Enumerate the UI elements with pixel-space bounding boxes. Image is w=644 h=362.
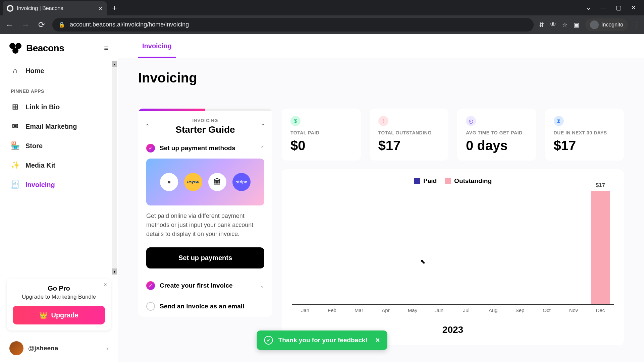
stat-value: $0 (290, 138, 352, 153)
x-tick: Aug (480, 307, 506, 313)
page-title: Invoicing (118, 58, 644, 95)
avatar (9, 341, 23, 355)
stat-value: 0 days (466, 138, 528, 153)
bar-slot (533, 191, 560, 304)
sidebar-item-invoicing[interactable]: 🧾 Invoicing (7, 175, 111, 194)
crown-icon: 👑 (39, 311, 48, 319)
hourglass-icon: ⧗ (554, 116, 564, 126)
venmo-icon: ⊗ (160, 173, 178, 191)
sparkle-icon: ✨ (11, 161, 19, 170)
step-create-invoice[interactable]: ✓ Create your first invoice ⌄ (138, 275, 272, 296)
step-send-email[interactable]: Send an invoice as an email (138, 296, 272, 317)
go-pro-card: × Go Pro Upgrade to Marketing Bundle 👑 U… (7, 279, 111, 330)
collapse-up-left-icon[interactable]: ⌃ (145, 123, 150, 130)
store-icon: 🏪 (11, 141, 19, 150)
stat-label: AVG TIME TO GET PAID (466, 130, 528, 135)
legend-outstanding: Outstanding (445, 177, 492, 185)
home-icon: ⌂ (11, 66, 19, 75)
x-tick: Nov (560, 307, 587, 313)
scroll-down-icon[interactable]: ▾ (112, 268, 117, 275)
chart-area: $17 (292, 191, 614, 305)
bar-slot (560, 191, 587, 304)
paypal-icon: PayPal (184, 173, 202, 191)
brand-name: Beacons (26, 43, 64, 54)
back-button[interactable]: ← (4, 20, 15, 29)
swatch-paid (414, 178, 420, 184)
x-tick: Apr (372, 307, 399, 313)
check-icon: ✓ (146, 144, 155, 153)
stat-card: ! TOTAL OUTSTANDING $17 (370, 109, 449, 161)
install-icon[interactable]: ▣ (574, 21, 579, 28)
stat-value: $17 (554, 138, 615, 153)
x-tick: Jan (292, 307, 319, 313)
toast-message: Thank you for your feedback! (278, 337, 368, 344)
sidebar-item-home[interactable]: ⌂ Home (7, 61, 111, 80)
stat-label: TOTAL OUTSTANDING (378, 130, 440, 135)
address-bar[interactable]: 🔒 account.beacons.ai/invoicing/home/invo… (52, 18, 534, 32)
scroll-up-icon[interactable]: ▴ (112, 61, 117, 67)
stat-card: ⧗ DUE IN NEXT 30 DAYS $17 (545, 109, 624, 161)
maximize-icon[interactable]: ▢ (616, 4, 622, 11)
scrollbar-track[interactable] (112, 61, 117, 275)
stat-value: $17 (378, 138, 440, 153)
step-payment-methods[interactable]: ✓ Set up payment methods ⌃ (138, 138, 272, 159)
incognito-badge[interactable]: Incognito (585, 18, 628, 31)
star-icon[interactable]: ☆ (562, 21, 568, 28)
setup-payments-button[interactable]: Set up payments (146, 247, 264, 268)
x-tick: Dec (587, 307, 614, 313)
bar-slot (345, 191, 372, 304)
minimize-icon[interactable]: — (600, 4, 606, 11)
x-tick: Sep (506, 307, 533, 313)
browser-tab[interactable]: ⚫ Invoicing | Beacons × (3, 1, 107, 15)
section-pinned-apps: PINNED APPS (7, 80, 111, 97)
chevron-down-icon: ⌄ (260, 283, 264, 289)
reload-button[interactable]: ⟳ (36, 20, 47, 29)
logo-icon (9, 42, 21, 54)
clock-icon: ◴ (466, 116, 476, 126)
collapse-sidebar-button[interactable]: ≡ (104, 44, 108, 53)
sidebar-item-email-marketing[interactable]: ✉ Email Marketing (7, 117, 111, 136)
new-tab-button[interactable]: + (112, 3, 117, 13)
stat-label: TOTAL PAID (290, 130, 352, 135)
go-pro-subtitle: Upgrade to Marketing Bundle (13, 294, 105, 300)
tab-invoicing[interactable]: Invoicing (138, 34, 176, 58)
x-tick: Mar (345, 307, 372, 313)
toast-close-icon[interactable]: × (376, 336, 380, 345)
bank-icon: 🏛 (208, 173, 226, 191)
success-check-icon: ✓ (264, 336, 273, 345)
feedback-toast: ✓ Thank you for your feedback! × (257, 330, 387, 350)
alert-icon: ! (378, 116, 388, 126)
user-menu[interactable]: @jsheena › (0, 335, 118, 362)
kebab-menu-icon[interactable]: ⋮ (634, 21, 640, 28)
legend-paid: Paid (414, 177, 437, 185)
bar-slot (426, 191, 453, 304)
bar-slot (453, 191, 480, 304)
bar-data-label: $17 (596, 182, 605, 189)
close-window-icon[interactable]: ✕ (631, 4, 636, 11)
check-icon: ✓ (146, 281, 155, 290)
collapse-up-right-icon[interactable]: ⌃ (261, 123, 266, 130)
x-tick: Oct (533, 307, 560, 313)
tab-close-icon[interactable]: × (99, 5, 103, 12)
bar-slot (292, 191, 319, 304)
bar-slot (506, 191, 533, 304)
close-go-pro-icon[interactable]: × (103, 281, 107, 288)
sidebar-item-link-in-bio[interactable]: ⊞ Link in Bio (7, 97, 111, 117)
sidebar-item-store[interactable]: 🏪 Store (7, 136, 111, 156)
sidebar-item-media-kit[interactable]: ✨ Media Kit (7, 156, 111, 175)
stripe-icon: stripe (232, 173, 251, 191)
bar-outstanding: $17 (591, 191, 610, 304)
bar-slot (399, 191, 426, 304)
chevron-right-icon: › (106, 345, 108, 352)
bar-slot (372, 191, 399, 304)
go-pro-title: Go Pro (13, 285, 105, 292)
step-description: Get paid online via different payment me… (138, 205, 272, 245)
translate-icon[interactable]: ⇵ (539, 21, 544, 28)
x-tick: Jul (453, 307, 480, 313)
upgrade-button[interactable]: 👑 Upgrade (13, 306, 105, 324)
invoice-icon: 🧾 (11, 180, 19, 189)
main-content: Invoicing Invoicing ⌃ ⌃ INVOICING Starte… (118, 34, 644, 362)
chevron-down-icon[interactable]: ⌄ (586, 4, 591, 11)
sidebar: Beacons ≡ ▴ ▾ ⌂ Home PINNED APPS ⊞ Link … (0, 34, 118, 362)
eye-off-icon[interactable]: 👁 (550, 21, 556, 28)
